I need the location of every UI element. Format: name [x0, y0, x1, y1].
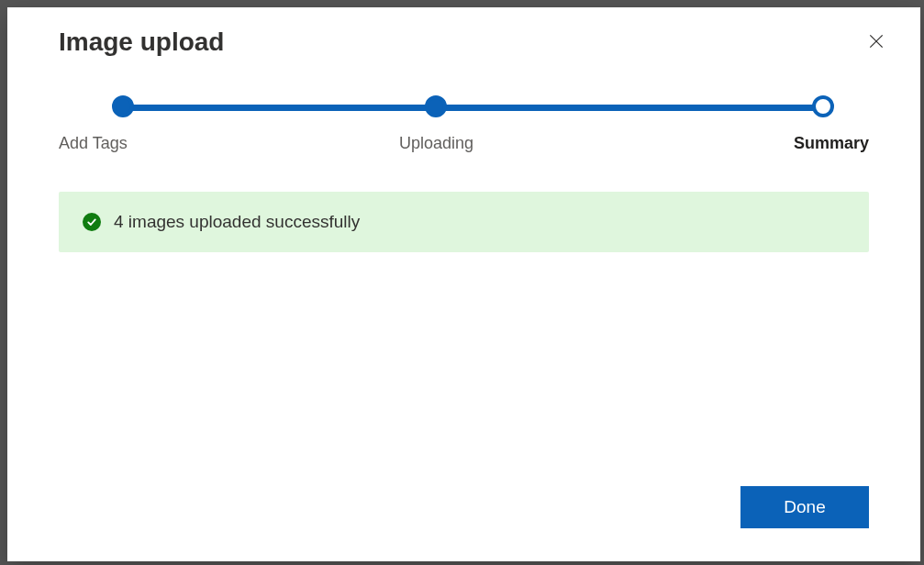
step-label: Summary [794, 134, 869, 153]
step-label: Add Tags [59, 134, 134, 153]
stepper-track [118, 105, 830, 111]
step-dot-complete [425, 95, 447, 117]
status-banner-success: 4 images uploaded successfully [59, 192, 869, 252]
step-dot-current [812, 95, 834, 117]
close-button[interactable] [862, 28, 891, 57]
modal-header: Image upload [7, 7, 920, 66]
modal-title: Image upload [59, 28, 224, 57]
step-dot-complete [112, 95, 134, 117]
step-add-tags: Add Tags [59, 95, 134, 153]
done-button[interactable]: Done [740, 486, 869, 528]
step-summary: Summary [794, 95, 869, 153]
step-label: Uploading [399, 134, 473, 153]
checkmark-circle-icon [83, 213, 101, 231]
status-message: 4 images uploaded successfully [114, 212, 360, 232]
step-uploading: Uploading [399, 95, 473, 153]
stepper: Add Tags Uploading Summary [7, 66, 920, 179]
image-upload-modal: Image upload Add Tags Uploading [7, 7, 920, 561]
modal-footer: Done [7, 486, 920, 561]
close-icon [867, 32, 885, 53]
